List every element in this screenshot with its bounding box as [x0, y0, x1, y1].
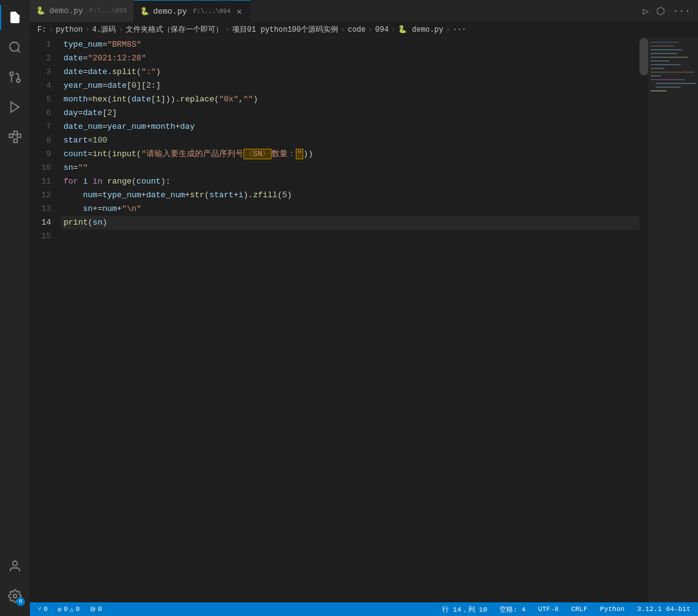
code-line-11: for i in range(count): — [61, 175, 639, 189]
tab-active-icon: 🐍 — [140, 7, 149, 16]
tab-close-button[interactable]: ✕ — [234, 6, 244, 16]
cursor-position: 行 14，列 10 — [442, 605, 488, 614]
error-icon: ⊘ — [58, 605, 62, 614]
activity-icon-extensions[interactable] — [0, 122, 30, 152]
minimap — [648, 38, 698, 602]
svg-point-2 — [17, 79, 21, 83]
code-line-5: month=hex(int(date[1])).replace("0x","") — [61, 93, 639, 106]
status-errors[interactable]: ⊘ 0 ⚠ 0 — [55, 602, 82, 616]
remote-label: 0 — [98, 605, 102, 613]
run-button[interactable]: ▷ — [641, 4, 652, 19]
activity-icon-debug[interactable] — [0, 92, 30, 122]
svg-rect-24 — [656, 86, 681, 88]
breadcrumb-f[interactable]: F: — [37, 26, 46, 34]
svg-point-3 — [10, 72, 14, 76]
status-language[interactable]: Python — [598, 602, 628, 616]
svg-rect-22 — [651, 79, 685, 80]
error-count: 0 — [64, 605, 68, 613]
status-line-ending[interactable]: CRLF — [568, 602, 590, 616]
status-encoding[interactable]: UTF-8 — [535, 602, 561, 616]
activity-bar-bottom: 0 — [0, 551, 30, 616]
line-num-4: 4 — [30, 79, 61, 93]
python-version-label: 3.12.1 64-bit — [637, 605, 691, 613]
breadcrumb-file[interactable]: 🐍 demo.py — [398, 25, 443, 34]
svg-rect-17 — [651, 60, 669, 62]
activity-icon-account[interactable] — [0, 551, 30, 581]
breadcrumb: F: › python › 4.源码 › 文件夹格式（保存一个即可） › 项目0… — [30, 22, 698, 38]
line-num-14: 14 — [30, 216, 61, 230]
breadcrumb-094[interactable]: 094 — [375, 26, 389, 34]
encoding-label: UTF-8 — [538, 605, 559, 613]
code-line-9: count=int(input("请输入要生成的产品序列号〈SN〉数量：")) — [61, 147, 639, 161]
code-line-4: year_num=date[0][2:] — [61, 79, 639, 93]
breadcrumb-more[interactable]: ··· — [453, 26, 466, 34]
code-line-12: num=type_num+date_num+str(start+i).zfill… — [61, 189, 639, 202]
code-line-2: date="2021:12:28" — [61, 52, 639, 65]
code-line-6: day=date[2] — [61, 106, 639, 120]
line-numbers: 1 2 3 4 5 6 7 8 9 10 11 12 13 14 15 — [30, 38, 61, 602]
svg-rect-14 — [651, 49, 682, 50]
breadcrumb-sources[interactable]: 4.源码 — [92, 24, 116, 35]
split-editor-button[interactable]: ⬡ — [654, 4, 667, 19]
status-branch[interactable]: ⑂ 0 — [35, 602, 50, 616]
activity-icon-search[interactable] — [0, 32, 30, 62]
remote-icon: ⑩ — [90, 605, 96, 614]
code-line-15 — [61, 230, 639, 243]
editor-area: 1 2 3 4 5 6 7 8 9 10 11 12 13 14 15 type… — [30, 38, 698, 602]
svg-rect-15 — [651, 53, 677, 54]
tab-inactive-path: F:\...\093 — [90, 7, 127, 14]
svg-rect-23 — [656, 83, 696, 84]
activity-icon-settings[interactable]: 0 — [0, 581, 30, 611]
tab-active[interactable]: 🐍 demo.py F:\...\094 ✕ — [134, 0, 252, 22]
tab-inactive-label: demo.py — [49, 6, 83, 16]
tab-actions: ▷ ⬡ ··· — [641, 0, 698, 22]
activity-icon-git[interactable] — [0, 62, 30, 92]
activity-icon-files[interactable] — [0, 2, 30, 32]
status-cursor[interactable]: 行 14，列 10 — [440, 602, 490, 616]
svg-marker-5 — [11, 102, 19, 113]
breadcrumb-folder[interactable]: 文件夹格式（保存一个即可） — [126, 24, 223, 35]
code-line-10: sn="" — [61, 161, 639, 175]
svg-point-0 — [10, 42, 19, 52]
code-content[interactable]: type_num="BRM8S" date="2021:12:28" date=… — [61, 38, 639, 602]
svg-rect-13 — [651, 45, 674, 47]
line-num-13: 13 — [30, 202, 61, 216]
tab-file-icon: 🐍 — [36, 6, 45, 16]
line-num-12: 12 — [30, 189, 61, 202]
svg-rect-25 — [651, 90, 666, 91]
notification-badge: 0 — [16, 597, 25, 606]
breadcrumb-python[interactable]: python — [56, 26, 83, 34]
code-line-14: print(sn) — [61, 216, 639, 230]
code-line-3: date=date.split(":") — [61, 65, 639, 79]
line-ending-label: CRLF — [571, 605, 587, 613]
tab-bar: 🐍 demo.py F:\...\093 🐍 demo.py F:\...\09… — [30, 0, 698, 22]
activity-bar: 0 — [0, 0, 30, 616]
scrollbar-thumb[interactable] — [639, 38, 648, 75]
branch-icon: ⑂ — [37, 605, 42, 613]
more-actions-button[interactable]: ··· — [670, 4, 693, 18]
indent-label: 空格: 4 — [499, 605, 526, 614]
status-remote[interactable]: ⑩ 0 — [87, 602, 105, 616]
warning-icon: ⚠ — [70, 605, 74, 614]
line-num-8: 8 — [30, 134, 61, 147]
language-label: Python — [600, 605, 625, 613]
warning-count: 0 — [75, 605, 80, 613]
svg-point-10 — [12, 561, 17, 566]
status-bar-left: ⑂ 0 ⊘ 0 ⚠ 0 ⑩ 0 — [30, 602, 105, 616]
svg-line-1 — [17, 50, 20, 52]
status-python-version[interactable]: 3.12.1 64-bit — [634, 602, 693, 616]
svg-rect-12 — [651, 42, 679, 43]
line-num-10: 10 — [30, 161, 61, 175]
scrollbar-track[interactable] — [639, 38, 648, 602]
svg-rect-6 — [9, 134, 13, 138]
breadcrumb-project[interactable]: 项目01 python100个源码实例 — [232, 24, 338, 35]
minimap-content — [648, 38, 698, 168]
line-num-1: 1 — [30, 38, 61, 52]
line-num-3: 3 — [30, 65, 61, 79]
svg-point-11 — [13, 594, 17, 598]
status-indent[interactable]: 空格: 4 — [497, 602, 528, 616]
minimap-svg — [649, 39, 697, 164]
tab-inactive[interactable]: 🐍 demo.py F:\...\093 — [30, 0, 134, 22]
breadcrumb-code[interactable]: code — [347, 26, 366, 34]
svg-rect-18 — [651, 64, 681, 65]
